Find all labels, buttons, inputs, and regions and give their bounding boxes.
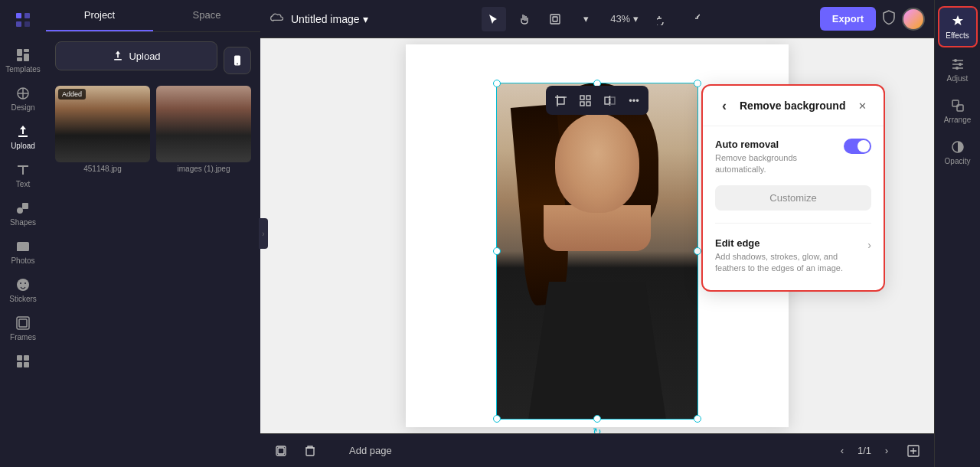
svg-point-13 <box>17 279 29 291</box>
logo-button[interactable] <box>9 6 37 34</box>
svg-rect-24 <box>550 15 560 24</box>
right-item-label: Adjust <box>947 74 969 83</box>
sidebar-item-templates[interactable]: Templates <box>3 43 43 78</box>
right-item-arrange[interactable]: Arrange <box>938 92 978 130</box>
document-title[interactable]: Untitled image ▾ <box>291 13 368 25</box>
hand-tool-button[interactable] <box>512 7 537 31</box>
edit-edge-title: Edit edge <box>715 237 867 249</box>
chevron-right-icon: › <box>867 239 871 251</box>
undo-button[interactable] <box>651 7 675 31</box>
image-thumb-1[interactable]: Added <box>55 86 150 162</box>
svg-point-15 <box>24 282 26 284</box>
svg-rect-38 <box>306 448 314 456</box>
right-item-adjust[interactable]: Adjust <box>938 51 978 89</box>
right-panel: Effects Adjust Arrange Opacity <box>934 0 980 467</box>
upload-button[interactable]: Upload <box>55 41 217 70</box>
image-item-2[interactable]: images (1).jpeg <box>156 86 251 173</box>
export-button[interactable]: Export <box>820 7 876 31</box>
sidebar-item-design[interactable]: Design <box>3 81 43 116</box>
panel-close-button[interactable]: ✕ <box>853 96 871 115</box>
svg-rect-1 <box>24 13 30 18</box>
svg-rect-30 <box>586 96 590 100</box>
svg-rect-34 <box>610 97 615 104</box>
more-options-button[interactable]: ••• <box>622 89 645 112</box>
grid-button[interactable] <box>573 89 596 112</box>
svg-point-12 <box>19 244 22 247</box>
remove-bg-panel: ‹ Remove background ✕ Auto removal Remov… <box>701 84 885 292</box>
frame-dropdown-button[interactable]: ▾ <box>573 7 598 31</box>
redo-button[interactable] <box>681 7 706 31</box>
page-nav: ‹ 1/1 › <box>833 439 925 462</box>
select-tool-button[interactable] <box>482 7 506 31</box>
svg-rect-31 <box>580 102 584 106</box>
svg-rect-10 <box>22 203 28 209</box>
sidebar-item-label: Templates <box>5 65 41 73</box>
page-count: 1/1 <box>858 445 871 456</box>
collapse-handle[interactable]: › <box>259 218 268 249</box>
panel-back-button[interactable]: ‹ <box>715 96 733 115</box>
svg-rect-4 <box>17 49 22 56</box>
add-page-button[interactable]: Add page <box>328 442 398 459</box>
svg-rect-33 <box>605 97 609 104</box>
panel-body: Auto removal Remove backgrounds automati… <box>703 126 884 290</box>
image-item-1[interactable]: Added 451148.jpg <box>55 86 150 173</box>
sidebar-item-stickers[interactable]: Stickers <box>3 273 43 308</box>
svg-rect-19 <box>24 355 29 361</box>
svg-point-9 <box>17 207 23 214</box>
prev-page-button[interactable]: ‹ <box>833 442 851 460</box>
svg-rect-0 <box>16 13 21 18</box>
sidebar-item-text[interactable]: Text <box>3 158 43 193</box>
auto-removal-row: Auto removal Remove backgrounds automati… <box>715 139 871 176</box>
rotate-handle[interactable]: ↻ <box>591 426 603 433</box>
svg-rect-29 <box>580 96 584 100</box>
right-item-opacity[interactable]: Opacity <box>938 133 978 171</box>
title-dropdown-icon: ▾ <box>363 13 368 25</box>
panel-area: Project Space Upload Added 451148.jpg <box>46 0 260 467</box>
tab-space[interactable]: Space <box>153 0 260 31</box>
top-bar: Untitled image ▾ ▾ 43% ▾ <box>260 0 934 38</box>
auto-removal-desc: Remove backgrounds automatically. <box>715 152 844 176</box>
next-page-button[interactable]: › <box>877 442 896 460</box>
svg-point-43 <box>959 63 962 66</box>
panel-content: Upload Added 451148.jpg images (1).jpeg <box>46 32 260 467</box>
left-sidebar: Templates Design Upload Text Shapes Phot… <box>0 0 46 467</box>
user-avatar[interactable] <box>902 8 925 31</box>
panel-tabs: Project Space <box>46 0 260 32</box>
right-item-label: Opacity <box>945 157 971 165</box>
sidebar-item-upload[interactable]: Upload <box>3 119 43 155</box>
sidebar-item-label: Text <box>16 180 30 188</box>
delete-button[interactable] <box>299 439 322 462</box>
image-thumb-2[interactable] <box>156 86 251 162</box>
crop-button[interactable] <box>549 89 572 112</box>
auto-removal-title: Auto removal <box>715 139 844 150</box>
main-area: Untitled image ▾ ▾ 43% ▾ <box>260 0 934 467</box>
tab-project[interactable]: Project <box>46 0 153 31</box>
sidebar-item-label: Upload <box>11 142 35 150</box>
right-item-effects[interactable]: Effects <box>938 6 978 47</box>
right-item-label: Effects <box>946 31 969 40</box>
svg-rect-26 <box>557 97 564 104</box>
svg-rect-18 <box>17 355 22 361</box>
edit-edge-desc: Add shadows, strokes, glow, and feathers… <box>715 251 867 275</box>
sidebar-item-label: Photos <box>11 256 34 265</box>
svg-rect-37 <box>278 448 284 454</box>
image-filename-2: images (1).jpeg <box>156 165 251 173</box>
sidebar-item-photos[interactable]: Photos <box>3 234 43 269</box>
svg-rect-21 <box>24 362 29 367</box>
svg-point-41 <box>954 59 957 62</box>
edit-edge-row[interactable]: Edit edge Add shadows, strokes, glow, an… <box>715 234 871 278</box>
sidebar-item-label: Design <box>11 103 34 112</box>
fit-page-button[interactable] <box>902 439 925 462</box>
sidebar-item-frames[interactable]: Frames <box>3 311 43 346</box>
sidebar-item-more[interactable] <box>3 349 43 374</box>
zoom-button[interactable]: 43% ▾ <box>604 10 645 28</box>
flip-button[interactable] <box>598 89 621 112</box>
svg-rect-17 <box>19 319 27 327</box>
sidebar-item-shapes[interactable]: Shapes <box>3 196 43 231</box>
frame-tool-button[interactable] <box>543 7 567 31</box>
auto-removal-toggle[interactable] <box>844 139 871 154</box>
svg-point-14 <box>20 282 21 284</box>
svg-rect-3 <box>24 21 30 27</box>
mobile-view-button[interactable] <box>224 47 251 74</box>
frame-view-button[interactable] <box>270 439 292 462</box>
